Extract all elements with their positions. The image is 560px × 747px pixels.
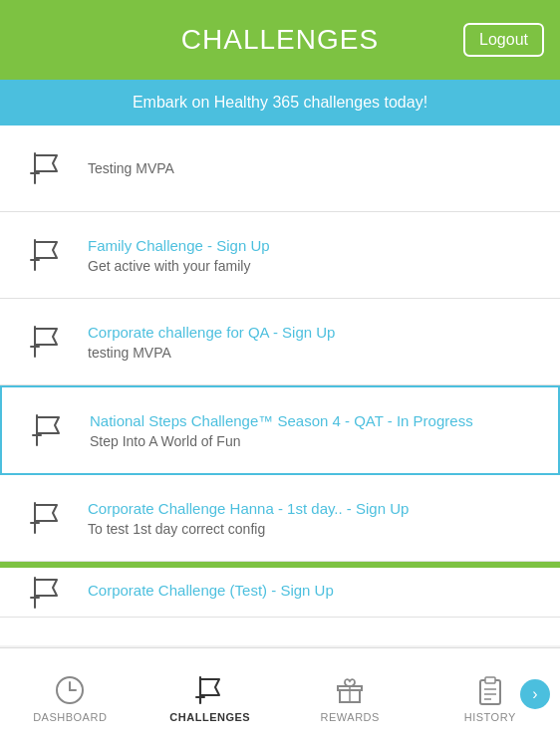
flag-nav-icon — [193, 673, 227, 707]
nav-item-dashboard[interactable]: DASHBOARD — [0, 648, 140, 747]
challenge-list: Testing MVPA Family Challenge - Sign Up … — [0, 125, 560, 645]
challenge-item[interactable]: Testing MVPA — [0, 125, 560, 212]
challenge-info: Family Challenge - Sign Up Get active wi… — [80, 237, 544, 274]
challenge-item-active[interactable]: National Steps Challenge™ Season 4 - QAT… — [0, 385, 560, 475]
challenge-name[interactable]: Corporate challenge for QA - Sign Up — [88, 324, 544, 341]
clipboard-icon — [473, 673, 507, 707]
banner: Embark on Healthy 365 challenges today! — [0, 80, 560, 125]
challenge-flag-icon — [16, 568, 80, 618]
nav-label-challenges: CHALLENGES — [169, 711, 250, 723]
nav-label-dashboard: DASHBOARD — [33, 711, 107, 723]
challenge-flag-icon — [16, 491, 80, 545]
challenge-flag-icon — [16, 228, 80, 282]
challenge-flag-icon — [16, 315, 80, 369]
challenge-name[interactable]: Corporate Challenge (Test) - Sign Up — [88, 582, 544, 599]
challenge-item-partial[interactable]: Corporate Challenge (Test) - Sign Up — [0, 568, 560, 618]
challenge-desc: Testing MVPA — [88, 160, 544, 176]
clock-icon — [53, 673, 87, 707]
gift-icon — [333, 673, 367, 707]
challenge-info: Corporate Challenge (Test) - Sign Up — [80, 582, 544, 603]
challenge-item[interactable]: Corporate challenge for QA - Sign Up tes… — [0, 299, 560, 385]
nav-label-history: HISTORY — [464, 711, 516, 723]
next-arrow-button[interactable]: › — [520, 679, 550, 709]
challenge-name[interactable]: National Steps Challenge™ Season 4 - QAT… — [90, 412, 542, 429]
banner-text: Embark on Healthy 365 challenges today! — [133, 94, 427, 111]
nav-item-rewards[interactable]: REWARDS — [280, 648, 420, 747]
svg-rect-21 — [485, 677, 495, 683]
challenge-desc: testing MVPA — [88, 345, 544, 361]
challenge-info: National Steps Challenge™ Season 4 - QAT… — [82, 412, 542, 449]
challenge-desc: Get active with your family — [88, 258, 544, 274]
challenge-flag-icon — [18, 403, 82, 457]
challenge-item[interactable]: Family Challenge - Sign Up Get active wi… — [0, 212, 560, 299]
logout-button[interactable]: Logout — [463, 23, 544, 57]
challenge-flag-icon — [16, 141, 80, 195]
challenge-desc: Step Into A World of Fun — [90, 433, 542, 449]
challenge-info: Corporate challenge for QA - Sign Up tes… — [80, 324, 544, 361]
challenge-name[interactable]: Family Challenge - Sign Up — [88, 237, 544, 254]
bottom-nav: DASHBOARD CHALLENGES REWARDS HISTORY — [0, 647, 560, 747]
challenge-desc: To test 1st day correct config — [88, 521, 544, 537]
page-title: CHALLENGES — [181, 24, 379, 56]
challenge-info: Testing MVPA — [80, 160, 544, 176]
challenge-info: Corporate Challenge Hanna - 1st day.. - … — [80, 500, 544, 537]
challenge-item[interactable]: Corporate Challenge Hanna - 1st day.. - … — [0, 475, 560, 562]
nav-item-challenges[interactable]: CHALLENGES — [140, 648, 281, 747]
challenge-name[interactable]: Corporate Challenge Hanna - 1st day.. - … — [88, 500, 544, 517]
header: CHALLENGES Logout — [0, 0, 560, 80]
nav-label-rewards: REWARDS — [321, 711, 380, 723]
